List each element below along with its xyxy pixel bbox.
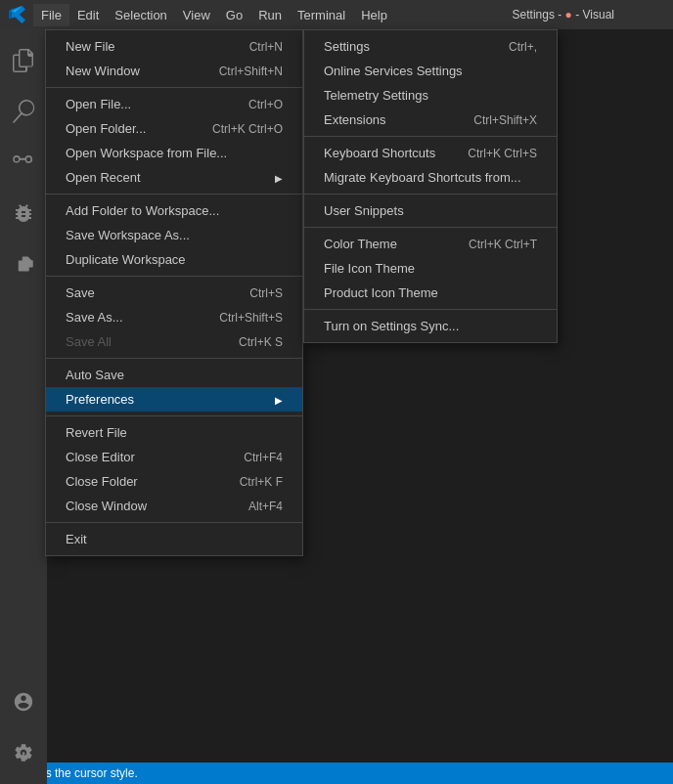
app-logo (8, 5, 27, 24)
pref-separator-3 (304, 227, 557, 228)
menu-new-file[interactable]: New File Ctrl+N (46, 34, 302, 59)
menu-bar: File Edit Selection View Go Run Terminal… (33, 4, 395, 26)
menu-new-window[interactable]: New Window Ctrl+Shift+N (46, 59, 302, 83)
separator-4 (46, 358, 302, 359)
pref-user-snippets[interactable]: User Snippets (304, 198, 557, 223)
separator-6 (46, 522, 302, 523)
menu-open-folder[interactable]: Open Folder... Ctrl+K Ctrl+O (46, 116, 302, 141)
menu-terminal[interactable]: Terminal (290, 4, 353, 26)
menu-close-editor[interactable]: Close Editor Ctrl+F4 (46, 445, 302, 469)
pref-color-theme[interactable]: Color Theme Ctrl+K Ctrl+T (304, 232, 557, 256)
menu-revert-file[interactable]: Revert File (46, 420, 302, 445)
activity-debug[interactable] (0, 190, 47, 237)
title-bar: File Edit Selection View Go Run Terminal… (0, 0, 673, 29)
open-recent-arrow (271, 170, 283, 185)
menu-file[interactable]: File (33, 4, 69, 26)
menu-add-folder[interactable]: Add Folder to Workspace... (46, 198, 302, 223)
preferences-arrow (271, 392, 283, 407)
menu-selection[interactable]: Selection (107, 4, 174, 26)
menu-close-folder[interactable]: Close Folder Ctrl+K F (46, 469, 302, 494)
separator-2 (46, 194, 302, 195)
menu-duplicate-workspace[interactable]: Duplicate Workspace (46, 247, 302, 272)
file-menu-dropdown: New File Ctrl+N New Window Ctrl+Shift+N … (45, 29, 303, 556)
menu-go[interactable]: Go (218, 4, 250, 26)
pref-separator-2 (304, 194, 557, 195)
status-bar: Controls the cursor style. (0, 762, 673, 784)
pref-migrate-shortcuts[interactable]: Migrate Keyboard Shortcuts from... (304, 165, 557, 190)
activity-bar (0, 29, 47, 784)
separator-1 (46, 87, 302, 88)
menu-save-as[interactable]: Save As... Ctrl+Shift+S (46, 305, 302, 329)
activity-bar-bottom (0, 678, 47, 776)
menu-save[interactable]: Save Ctrl+S (46, 281, 302, 305)
menu-view[interactable]: View (175, 4, 218, 26)
separator-5 (46, 415, 302, 416)
activity-accounts[interactable] (0, 678, 47, 725)
menu-open-recent[interactable]: Open Recent (46, 165, 302, 190)
menu-edit[interactable]: Edit (69, 4, 107, 26)
activity-extensions[interactable] (0, 240, 47, 287)
menu-save-all: Save All Ctrl+K S (46, 329, 302, 354)
pref-separator-4 (304, 309, 557, 310)
menu-open-file[interactable]: Open File... Ctrl+O (46, 92, 302, 116)
activity-source-control[interactable] (0, 139, 47, 186)
activity-search[interactable] (0, 88, 47, 135)
pref-keyboard-shortcuts[interactable]: Keyboard Shortcuts Ctrl+K Ctrl+S (304, 141, 557, 165)
pref-telemetry[interactable]: Telemetry Settings (304, 83, 557, 108)
pref-product-icon-theme[interactable]: Product Icon Theme (304, 281, 557, 305)
separator-3 (46, 276, 302, 277)
activity-explorer[interactable] (0, 37, 47, 84)
window-title: Settings - ● - Visual (513, 8, 614, 22)
menu-exit[interactable]: Exit (46, 527, 302, 551)
activity-settings-gear[interactable] (0, 729, 47, 776)
menu-open-workspace[interactable]: Open Workspace from File... (46, 141, 302, 165)
pref-extensions[interactable]: Extensions Ctrl+Shift+X (304, 108, 557, 132)
pref-separator-1 (304, 136, 557, 137)
pref-settings-sync[interactable]: Turn on Settings Sync... (304, 314, 557, 338)
menu-close-window[interactable]: Close Window Alt+F4 (46, 494, 302, 518)
preferences-submenu: Settings Ctrl+, Online Services Settings… (303, 29, 558, 343)
pref-file-icon-theme[interactable]: File Icon Theme (304, 256, 557, 281)
pref-online-services[interactable]: Online Services Settings (304, 59, 557, 83)
menu-help[interactable]: Help (353, 4, 395, 26)
menu-auto-save[interactable]: Auto Save (46, 363, 302, 387)
menu-run[interactable]: Run (250, 4, 290, 26)
pref-settings[interactable]: Settings Ctrl+, (304, 34, 557, 59)
menu-preferences[interactable]: Preferences (46, 387, 302, 412)
menu-save-workspace[interactable]: Save Workspace As... (46, 223, 302, 247)
